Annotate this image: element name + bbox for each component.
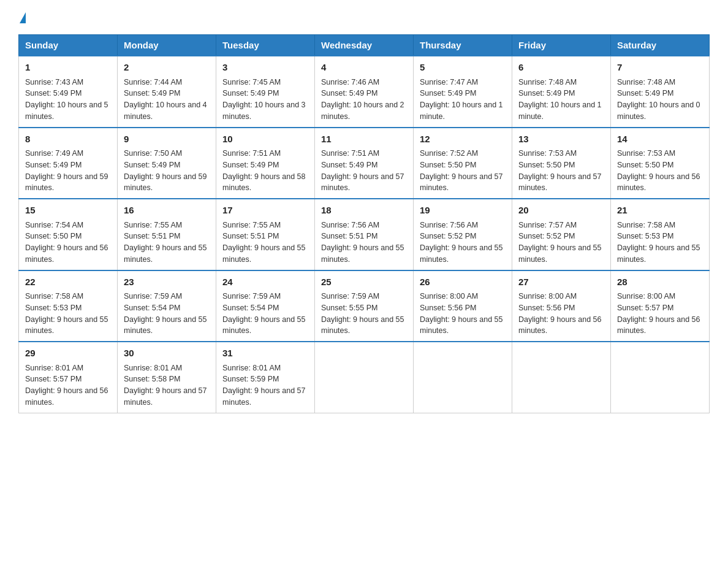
day-number: 15 [25, 204, 111, 218]
calendar-day-30: 30Sunrise: 8:01 AMSunset: 5:58 PMDayligh… [118, 342, 216, 413]
calendar-week-3: 15Sunrise: 7:54 AMSunset: 5:50 PMDayligh… [19, 199, 710, 270]
day-header-thursday: Thursday [414, 35, 512, 56]
calendar-table: SundayMondayTuesdayWednesdayThursdayFrid… [18, 34, 710, 413]
day-number: 2 [124, 61, 210, 75]
calendar-day-20: 20Sunrise: 7:57 AMSunset: 5:52 PMDayligh… [512, 199, 611, 270]
empty-cell [414, 342, 512, 413]
day-number: 7 [617, 61, 703, 75]
calendar-day-23: 23Sunrise: 7:59 AMSunset: 5:54 PMDayligh… [118, 270, 216, 342]
calendar-week-5: 29Sunrise: 8:01 AMSunset: 5:57 PMDayligh… [19, 342, 710, 413]
calendar-week-2: 8Sunrise: 7:49 AMSunset: 5:49 PMDaylight… [19, 128, 710, 199]
day-number: 20 [518, 204, 604, 218]
day-number: 19 [420, 204, 506, 218]
page-header [18, 12, 710, 23]
day-number: 8 [25, 132, 111, 147]
day-number: 9 [124, 132, 210, 147]
day-number: 23 [124, 275, 210, 289]
day-number: 26 [420, 275, 506, 289]
calendar-day-16: 16Sunrise: 7:55 AMSunset: 5:51 PMDayligh… [118, 199, 216, 270]
calendar-day-21: 21Sunrise: 7:58 AMSunset: 5:53 PMDayligh… [611, 199, 710, 270]
calendar-body: 1Sunrise: 7:43 AMSunset: 5:49 PMDaylight… [19, 56, 710, 413]
header-row: SundayMondayTuesdayWednesdayThursdayFrid… [19, 35, 710, 56]
calendar-day-22: 22Sunrise: 7:58 AMSunset: 5:53 PMDayligh… [19, 270, 118, 342]
calendar-day-5: 5Sunrise: 7:47 AMSunset: 5:49 PMDaylight… [414, 56, 512, 128]
calendar-day-19: 19Sunrise: 7:56 AMSunset: 5:52 PMDayligh… [414, 199, 512, 270]
calendar-day-29: 29Sunrise: 8:01 AMSunset: 5:57 PMDayligh… [19, 342, 118, 413]
calendar-day-6: 6Sunrise: 7:48 AMSunset: 5:49 PMDaylight… [512, 56, 611, 128]
calendar-day-4: 4Sunrise: 7:46 AMSunset: 5:49 PMDaylight… [315, 56, 414, 128]
day-number: 6 [518, 61, 604, 75]
calendar-day-26: 26Sunrise: 8:00 AMSunset: 5:56 PMDayligh… [414, 270, 512, 342]
calendar-day-24: 24Sunrise: 7:59 AMSunset: 5:54 PMDayligh… [216, 270, 315, 342]
day-number: 17 [222, 204, 308, 218]
calendar-day-7: 7Sunrise: 7:48 AMSunset: 5:49 PMDaylight… [611, 56, 710, 128]
calendar-day-17: 17Sunrise: 7:55 AMSunset: 5:51 PMDayligh… [216, 199, 315, 270]
calendar-day-10: 10Sunrise: 7:51 AMSunset: 5:49 PMDayligh… [216, 128, 315, 199]
day-number: 27 [518, 275, 604, 289]
calendar-day-13: 13Sunrise: 7:53 AMSunset: 5:50 PMDayligh… [512, 128, 611, 199]
day-header-saturday: Saturday [611, 35, 710, 56]
day-number: 21 [617, 204, 703, 218]
day-header-friday: Friday [512, 35, 611, 56]
calendar-header: SundayMondayTuesdayWednesdayThursdayFrid… [19, 35, 710, 56]
logo [18, 12, 27, 23]
day-number: 22 [25, 275, 111, 289]
day-number: 3 [222, 61, 308, 75]
calendar-day-12: 12Sunrise: 7:52 AMSunset: 5:50 PMDayligh… [414, 128, 512, 199]
calendar-day-2: 2Sunrise: 7:44 AMSunset: 5:49 PMDaylight… [118, 56, 216, 128]
day-header-wednesday: Wednesday [315, 35, 414, 56]
calendar-day-25: 25Sunrise: 7:59 AMSunset: 5:55 PMDayligh… [315, 270, 414, 342]
empty-cell [611, 342, 710, 413]
calendar-week-4: 22Sunrise: 7:58 AMSunset: 5:53 PMDayligh… [19, 270, 710, 342]
day-number: 31 [222, 347, 308, 361]
day-number: 25 [321, 275, 407, 289]
day-number: 18 [321, 204, 407, 218]
day-number: 30 [124, 347, 210, 361]
day-number: 16 [124, 204, 210, 218]
calendar-day-15: 15Sunrise: 7:54 AMSunset: 5:50 PMDayligh… [19, 199, 118, 270]
day-number: 28 [617, 275, 703, 289]
logo-triangle-icon [20, 12, 26, 23]
day-number: 5 [420, 61, 506, 75]
day-number: 4 [321, 61, 407, 75]
day-number: 14 [617, 132, 703, 147]
day-number: 11 [321, 132, 407, 147]
day-number: 12 [420, 132, 506, 147]
calendar-day-31: 31Sunrise: 8:01 AMSunset: 5:59 PMDayligh… [216, 342, 315, 413]
calendar-day-11: 11Sunrise: 7:51 AMSunset: 5:49 PMDayligh… [315, 128, 414, 199]
calendar-day-3: 3Sunrise: 7:45 AMSunset: 5:49 PMDaylight… [216, 56, 315, 128]
calendar-day-27: 27Sunrise: 8:00 AMSunset: 5:56 PMDayligh… [512, 270, 611, 342]
day-number: 13 [518, 132, 604, 147]
empty-cell [512, 342, 611, 413]
calendar-day-18: 18Sunrise: 7:56 AMSunset: 5:51 PMDayligh… [315, 199, 414, 270]
day-header-monday: Monday [118, 35, 216, 56]
calendar-week-1: 1Sunrise: 7:43 AMSunset: 5:49 PMDaylight… [19, 56, 710, 128]
day-header-tuesday: Tuesday [216, 35, 315, 56]
calendar-day-8: 8Sunrise: 7:49 AMSunset: 5:49 PMDaylight… [19, 128, 118, 199]
calendar-day-14: 14Sunrise: 7:53 AMSunset: 5:50 PMDayligh… [611, 128, 710, 199]
day-number: 29 [25, 347, 111, 361]
calendar-day-28: 28Sunrise: 8:00 AMSunset: 5:57 PMDayligh… [611, 270, 710, 342]
day-header-sunday: Sunday [19, 35, 118, 56]
day-number: 24 [222, 275, 308, 289]
calendar-day-9: 9Sunrise: 7:50 AMSunset: 5:49 PMDaylight… [118, 128, 216, 199]
day-number: 1 [25, 61, 111, 75]
day-number: 10 [222, 132, 308, 147]
empty-cell [315, 342, 414, 413]
calendar-day-1: 1Sunrise: 7:43 AMSunset: 5:49 PMDaylight… [19, 56, 118, 128]
